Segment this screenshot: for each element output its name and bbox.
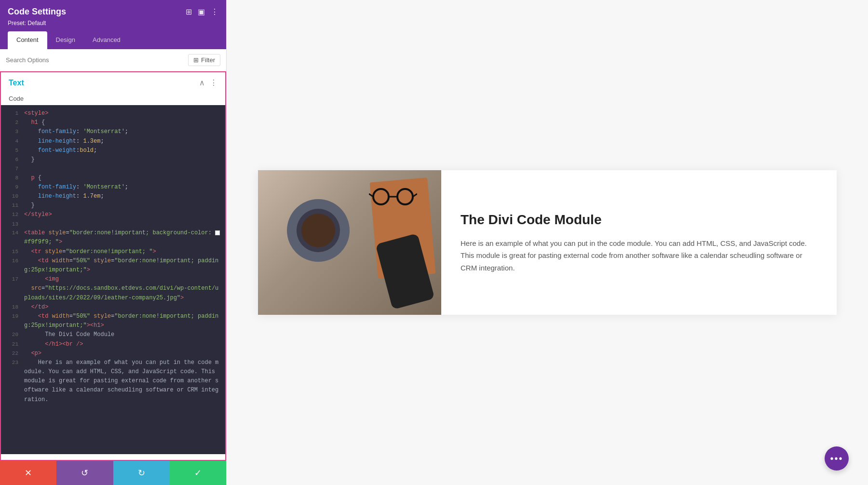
preview-image [258,170,441,315]
undo-button[interactable]: ↺ [56,461,113,485]
more-options-icon[interactable]: ⋮ [211,7,218,16]
preview-heading: The Divi Code Module [461,211,817,229]
search-input[interactable] [6,56,188,64]
code-line-16: 16 <td width="50%" style="border:none!im… [1,256,225,275]
code-line-13: 13 [1,220,225,229]
code-line-10: 10 line-height: 1.7em; [1,192,225,201]
code-line-20: 20 The Divi Code Module [1,330,225,339]
code-line-2: 2 h1 { [1,118,225,127]
preview-panel: The Divi Code Module Here is an example … [227,0,868,485]
undo-icon: ↺ [81,468,88,478]
fab-button[interactable]: ••• [825,446,849,471]
redo-icon: ↻ [138,468,145,478]
header-icons: ⊞ ▣ ⋮ [186,7,218,16]
settings-panel: Code Settings ⊞ ▣ ⋮ Preset: Default Cont… [0,0,227,485]
section-header: Text ∧ ⋮ [1,72,225,93]
cancel-button[interactable]: ✕ [0,461,56,485]
section-title: Text [9,79,24,87]
layout-icon[interactable]: ▣ [198,7,205,16]
tabs-row: Content Design Advanced [8,31,218,49]
bottom-toolbar: ✕ ↺ ↻ ✓ [0,461,226,485]
text-section: Text ∧ ⋮ Code 1<style> 2 h1 { 3 font-fam… [0,71,226,461]
redo-button[interactable]: ↻ [113,461,170,485]
code-editor[interactable]: 1<style> 2 h1 { 3 font-family: 'Montserr… [1,105,225,454]
responsive-icon[interactable]: ⊞ [186,7,192,16]
code-line-22: 22 <p> [1,349,225,358]
filter-label: Filter [201,56,215,64]
filter-button[interactable]: ⊞ Filter [188,54,220,66]
code-line-6: 6 } [1,155,225,164]
code-line-8: 8 p { [1,174,225,183]
preview-body: Here is an example of what you can put i… [461,237,817,274]
confirm-icon: ✓ [194,468,202,478]
code-line-4: 4 line-height: 1.3em; [1,137,225,146]
collapse-icon[interactable]: ∧ [199,78,205,87]
code-line-23: 23 Here is an example of what you can pu… [1,358,225,404]
preview-content: The Divi Code Module Here is an example … [258,170,837,315]
panel-title: Code Settings [8,7,66,17]
code-line-14: 14<table style="border:none!important; b… [1,229,225,247]
code-line-5: 5 font-weight:bold; [1,146,225,155]
code-line-17: 17 <img [1,275,225,284]
search-bar: ⊞ Filter [0,49,226,71]
code-line-9: 9 font-family: 'Montserrat'; [1,183,225,192]
code-line-15: 15 <tr style="border:none!important; "> [1,247,225,256]
tab-content[interactable]: Content [8,31,47,49]
preset-row: Preset: Default [8,20,218,27]
code-line-12: 12</style> [1,210,225,219]
preset-label: Preset: [8,20,26,27]
code-line-21: 21 </h1><br /> [1,340,225,349]
code-line-19: 19 <td width="50%" style="border:none!im… [1,312,225,330]
section-icons: ∧ ⋮ [199,78,217,87]
code-line-7: 7 [1,164,225,174]
filter-icon: ⊞ [193,56,199,64]
glasses-shape [369,187,417,208]
preview-text-area: The Divi Code Module Here is an example … [441,170,837,315]
code-line-3: 3 font-family: 'Montserrat'; [1,127,225,136]
code-line-18: 18 </td> [1,303,225,312]
panel-header: Code Settings ⊞ ▣ ⋮ Preset: Default Cont… [0,0,226,49]
svg-point-1 [397,189,413,204]
code-line-17b: src="https://docs.sandbox.etdevs.com/div… [1,284,225,302]
cancel-icon: ✕ [25,468,32,478]
tab-advanced[interactable]: Advanced [84,31,129,49]
confirm-button[interactable]: ✓ [170,461,226,485]
code-line-11: 11 } [1,201,225,210]
code-line-1: 1<style> [1,109,225,118]
section-more-icon[interactable]: ⋮ [210,78,217,87]
code-label: Code [1,93,225,105]
preset-value[interactable]: Default [27,20,46,27]
tab-design[interactable]: Design [47,31,84,49]
fab-icon: ••• [830,453,843,464]
svg-point-0 [373,189,389,204]
coffee-cup-shape [287,199,350,262]
